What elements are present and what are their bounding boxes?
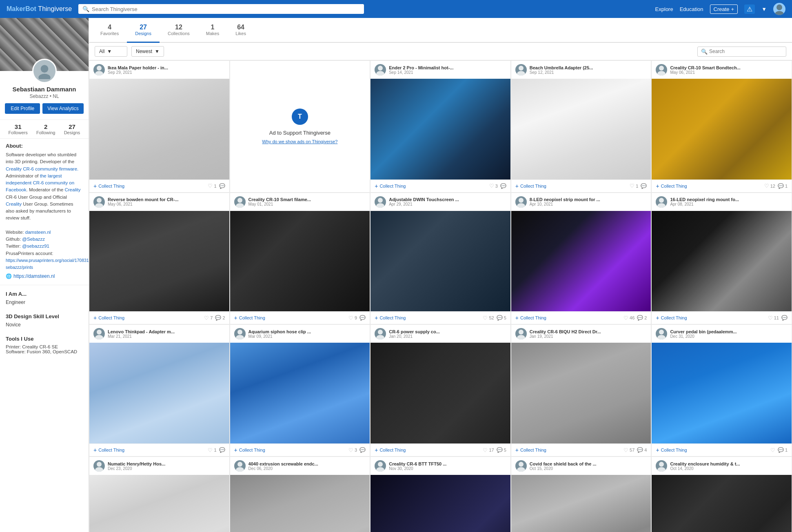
comment-icon[interactable]: 💬 bbox=[497, 447, 503, 453]
card-title[interactable]: Numatic Henry/Hetty Hos... bbox=[108, 461, 225, 466]
filter-search-input[interactable] bbox=[709, 49, 783, 54]
card-image[interactable] bbox=[89, 211, 229, 312]
heart-icon[interactable]: ♡ bbox=[208, 447, 213, 453]
heart-icon[interactable]: ♡ bbox=[208, 183, 213, 189]
card-image[interactable] bbox=[370, 475, 510, 532]
collect-button[interactable]: + Collect Thing bbox=[234, 315, 265, 321]
tab-collections[interactable]: 12 Collections bbox=[160, 18, 198, 43]
heart-icon[interactable]: ♡ bbox=[630, 183, 634, 189]
tab-designs[interactable]: 27 Designs bbox=[127, 18, 160, 43]
search-bar[interactable]: 🔍 bbox=[78, 4, 364, 14]
comment-icon[interactable]: 💬 bbox=[359, 315, 366, 321]
site-url-link[interactable]: https://damsteen.nl bbox=[13, 273, 55, 279]
filter-search-bar[interactable]: 🔍 bbox=[697, 47, 786, 57]
heart-icon[interactable]: ♡ bbox=[623, 447, 628, 453]
card-image[interactable] bbox=[230, 343, 370, 443]
comment-icon[interactable]: 💬 bbox=[497, 315, 503, 321]
card-title[interactable]: Creality enclosure humidity & t... bbox=[670, 461, 788, 466]
search-input[interactable] bbox=[92, 6, 360, 12]
github-link[interactable]: @Sebazzz bbox=[22, 237, 45, 242]
collect-button[interactable]: + Collect Thing bbox=[515, 183, 546, 189]
prusa-link[interactable]: https://www.prusaprinters.org/social/170… bbox=[6, 258, 90, 270]
heart-icon[interactable]: ♡ bbox=[489, 183, 494, 189]
tab-makes[interactable]: 1 Makes bbox=[198, 18, 227, 43]
heart-icon[interactable]: ♡ bbox=[770, 447, 775, 453]
card-title[interactable]: Lenovo Thinkpad - Adapter m... bbox=[108, 329, 225, 334]
notification-icon[interactable]: ⚠ bbox=[744, 4, 755, 14]
heart-icon[interactable]: ♡ bbox=[764, 183, 769, 189]
card-title[interactable]: 16-LED neopixel ring mount fo... bbox=[670, 197, 788, 202]
comment-icon[interactable]: 💬 bbox=[778, 447, 784, 453]
card-title[interactable]: 8-LED neopixel strip mount for ... bbox=[530, 197, 647, 202]
community-link[interactable]: the largest independent CR-6 community o… bbox=[6, 173, 74, 193]
sort-filter[interactable]: Newest ▼ bbox=[131, 46, 164, 57]
card-image[interactable] bbox=[89, 343, 229, 443]
heart-icon[interactable]: ♡ bbox=[483, 447, 488, 453]
card-title[interactable]: Creality CR-6 BTT TFT50 ... bbox=[389, 461, 506, 466]
card-image[interactable] bbox=[511, 475, 651, 532]
tab-favorites[interactable]: 4 Favorites bbox=[92, 18, 127, 43]
nav-education[interactable]: Education bbox=[680, 6, 703, 12]
card-image[interactable] bbox=[511, 211, 651, 312]
comment-icon[interactable]: 💬 bbox=[215, 315, 221, 321]
card-title[interactable]: Aquarium siphon hose clip ... bbox=[248, 329, 366, 334]
card-image[interactable] bbox=[370, 79, 510, 180]
edit-profile-button[interactable]: Edit Profile bbox=[5, 103, 40, 114]
heart-icon[interactable]: ♡ bbox=[348, 447, 353, 453]
comment-icon[interactable]: 💬 bbox=[637, 315, 643, 321]
website-link[interactable]: damsteen.nl bbox=[25, 230, 51, 235]
nav-create-button[interactable]: Create + bbox=[710, 4, 738, 14]
heart-icon[interactable]: ♡ bbox=[348, 315, 353, 321]
collect-button[interactable]: + Collect Thing bbox=[656, 447, 687, 453]
card-image[interactable] bbox=[89, 475, 229, 532]
collect-button[interactable]: + Collect Thing bbox=[234, 447, 265, 453]
card-title[interactable]: Beach Umbrella Adapter (25... bbox=[530, 65, 647, 70]
collect-button[interactable]: + Collect Thing bbox=[515, 447, 546, 453]
view-analytics-button[interactable]: View Analytics bbox=[42, 103, 83, 114]
card-title[interactable]: Curver pedal bin (pedaalemm... bbox=[670, 329, 788, 334]
comment-icon[interactable]: 💬 bbox=[219, 447, 225, 453]
card-image[interactable] bbox=[89, 79, 229, 180]
creality-link-1[interactable]: Creality bbox=[64, 187, 80, 192]
nav-explore[interactable]: Explore bbox=[655, 6, 673, 12]
collect-button[interactable]: + Collect Thing bbox=[515, 315, 546, 321]
collect-button[interactable]: + Collect Thing bbox=[93, 315, 124, 321]
heart-icon[interactable]: ♡ bbox=[483, 315, 488, 321]
heart-icon[interactable]: ♡ bbox=[768, 315, 773, 321]
card-title[interactable]: Creality CR-10 Smart Bondtech... bbox=[670, 65, 788, 70]
collect-button[interactable]: + Collect Thing bbox=[375, 447, 406, 453]
card-title[interactable]: CR-6 power supply co... bbox=[389, 329, 506, 334]
collect-button[interactable]: + Collect Thing bbox=[375, 183, 406, 189]
comment-icon[interactable]: 💬 bbox=[641, 183, 647, 189]
card-image[interactable] bbox=[652, 475, 792, 532]
collect-button[interactable]: + Collect Thing bbox=[93, 447, 124, 453]
tab-likes[interactable]: 64 Likes bbox=[227, 18, 254, 43]
card-title[interactable]: Ikea Mala Paper holder - in... bbox=[108, 65, 225, 70]
heart-icon[interactable]: ♡ bbox=[204, 315, 209, 321]
collect-button[interactable]: + Collect Thing bbox=[93, 183, 124, 189]
collect-button[interactable]: + Collect Thing bbox=[656, 183, 687, 189]
comment-icon[interactable]: 💬 bbox=[637, 447, 643, 453]
card-title[interactable]: Ender 2 Pro - Minimalist hot-... bbox=[389, 65, 506, 70]
firmware-link[interactable]: Creality CR-6 community firmware. bbox=[6, 166, 78, 171]
collect-button[interactable]: + Collect Thing bbox=[656, 315, 687, 321]
type-filter[interactable]: All ▼ bbox=[95, 46, 127, 57]
card-title[interactable]: Covid face shield back of the ... bbox=[530, 461, 647, 466]
twitter-link[interactable]: @sebazzz91 bbox=[22, 244, 49, 248]
comment-icon[interactable]: 💬 bbox=[359, 447, 366, 453]
heart-icon[interactable]: ♡ bbox=[623, 315, 628, 321]
card-title[interactable]: Reverse bowden mount for CR-... bbox=[108, 197, 225, 202]
ad-why-link[interactable]: Why do we show ads on Thingiverse? bbox=[262, 139, 337, 144]
card-image[interactable] bbox=[230, 211, 370, 312]
comment-icon[interactable]: 💬 bbox=[500, 183, 506, 189]
collect-button[interactable]: + Collect Thing bbox=[375, 315, 406, 321]
card-title[interactable]: Creality CR-6 BIQU H2 Direct Dr... bbox=[530, 329, 647, 334]
card-image[interactable] bbox=[370, 343, 510, 443]
card-title[interactable]: 4040 extrusion screwable endc... bbox=[248, 461, 366, 466]
card-image[interactable] bbox=[652, 211, 792, 312]
card-title[interactable]: Creality CR-10 Smart filame... bbox=[248, 197, 366, 202]
card-image[interactable] bbox=[652, 79, 792, 180]
comment-icon[interactable]: 💬 bbox=[781, 315, 788, 321]
user-avatar[interactable] bbox=[773, 3, 785, 15]
creality-link-2[interactable]: Creality bbox=[6, 202, 22, 206]
